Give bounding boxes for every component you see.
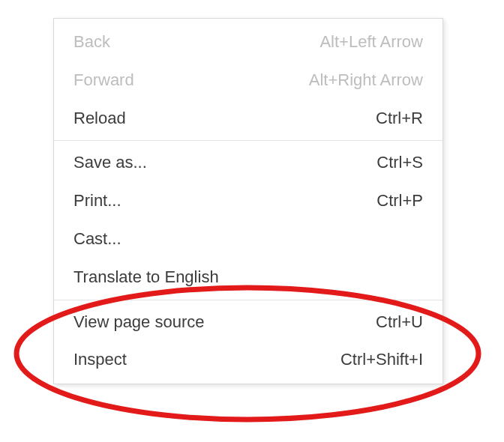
menu-separator	[54, 300, 442, 300]
menu-item-shortcut: Ctrl+S	[376, 151, 423, 175]
menu-item-shortcut: Alt+Left Arrow	[320, 31, 423, 54]
menu-item-cast[interactable]: Cast...	[54, 220, 442, 258]
menu-item-shortcut: Ctrl+Shift+I	[340, 348, 423, 372]
menu-item-label: Cast...	[74, 228, 423, 251]
menu-item-label: Inspect	[74, 348, 340, 372]
menu-item-reload[interactable]: Reload Ctrl+R	[54, 100, 442, 138]
menu-item-shortcut: Ctrl+P	[376, 190, 423, 213]
menu-item-label: Print...	[74, 190, 376, 213]
menu-item-print[interactable]: Print... Ctrl+P	[54, 182, 442, 220]
menu-item-label: View page source	[74, 311, 376, 334]
menu-item-label: Save as...	[74, 151, 376, 175]
menu-item-inspect[interactable]: Inspect Ctrl+Shift+I	[54, 341, 442, 379]
menu-item-translate[interactable]: Translate to English	[54, 258, 442, 297]
menu-separator	[54, 140, 442, 141]
menu-item-view-source[interactable]: View page source Ctrl+U	[54, 303, 442, 342]
menu-item-shortcut: Ctrl+U	[376, 311, 423, 334]
menu-item-back[interactable]: Back Alt+Left Arrow	[54, 23, 442, 61]
menu-item-label: Reload	[74, 107, 376, 130]
menu-item-forward[interactable]: Forward Alt+Right Arrow	[54, 61, 442, 100]
context-menu: Back Alt+Left Arrow Forward Alt+Right Ar…	[53, 18, 443, 384]
menu-item-shortcut: Ctrl+R	[376, 107, 423, 130]
menu-item-label: Translate to English	[74, 266, 423, 289]
menu-item-save-as[interactable]: Save as... Ctrl+S	[54, 144, 442, 182]
menu-item-shortcut: Alt+Right Arrow	[309, 69, 423, 92]
menu-item-label: Back	[74, 31, 320, 54]
menu-item-label: Forward	[74, 69, 309, 92]
